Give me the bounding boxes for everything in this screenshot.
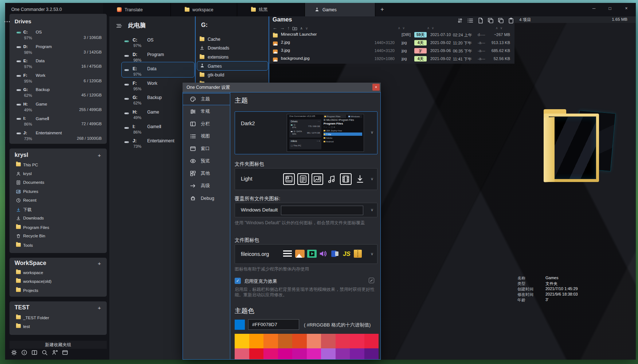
sidebar-item-tools[interactable]: Tools <box>16 243 33 248</box>
palette-swatch[interactable] <box>321 348 336 359</box>
acrylic-checkbox[interactable]: ✓ <box>235 278 241 284</box>
palette-swatch[interactable] <box>278 334 293 348</box>
drive-row[interactable]: C: OS 97% 3 / 106GB <box>15 29 102 43</box>
menu-icon[interactable] <box>116 23 122 29</box>
dialog-titlebar[interactable]: One Commander 设置 <box>183 83 381 92</box>
back-icon[interactable]: ← <box>273 25 277 31</box>
new-tab-button[interactable]: + <box>378 5 386 13</box>
view-list-icon[interactable] <box>467 17 473 24</box>
add-icon[interactable]: + <box>98 305 101 310</box>
sidebar-item-pictures[interactable]: Pictures <box>16 189 38 194</box>
settings-tab-columns[interactable]: 分栏 <box>183 118 230 130</box>
palette-swatch[interactable] <box>350 334 364 348</box>
tree-item-drive-h[interactable]: H: Game 49% <box>116 109 192 122</box>
folder-item-extensions[interactable]: extensions <box>197 53 268 62</box>
search-icon[interactable] <box>42 349 48 356</box>
file-icon-pack-select[interactable]: fileicons.org JS ∨ <box>235 244 377 264</box>
file-row-backgroundjpg[interactable]: background.jpg 1920×1080 jpg 4天 2021-09-… <box>269 55 514 63</box>
sidebar-item-xiazai[interactable]: 下载 <box>16 207 31 213</box>
sidebar-item-recycle-bin[interactable]: Recycle Bin <box>16 234 45 238</box>
tree-item-drive-i[interactable]: I: GameⅡ 86% <box>116 123 192 136</box>
palette-swatch[interactable] <box>249 334 264 348</box>
folder-preview-thumbnail[interactable] <box>544 109 599 182</box>
settings-tab-debug[interactable]: Debug <box>183 192 230 204</box>
drive-row[interactable]: H: Game 49% 255 / 499GB <box>15 101 102 115</box>
drive-row[interactable]: E: Data 97% 16 / 475GB <box>15 58 102 72</box>
settings-tab-view[interactable]: 视图 <box>183 130 230 142</box>
column-sort-icons[interactable]: ∧∨ <box>496 26 505 30</box>
palette-swatch[interactable] <box>235 334 249 348</box>
column-sort-icons[interactable]: ∧∨ <box>398 26 407 30</box>
settings-tab-other[interactable]: 其他 <box>183 167 230 179</box>
sidebar-item-documents[interactable]: Documents <box>16 180 44 185</box>
copy-icon[interactable] <box>488 17 494 24</box>
sidebar-item-projects[interactable]: Projects <box>16 288 38 293</box>
settings-gear-icon[interactable] <box>11 349 17 356</box>
sidebar-item-workspace[interactable]: workspace <box>16 270 43 275</box>
sidebar-item-this-pc[interactable]: This PC <box>16 162 38 167</box>
file-row-minecraft-launcher[interactable]: Minecraft Launcher [DIR] 59天 2021-07-10 … <box>269 31 514 39</box>
palette-swatch[interactable] <box>292 348 307 359</box>
dialog-close-button[interactable]: × <box>372 84 380 91</box>
palette-swatch[interactable] <box>364 348 379 359</box>
sidebar-item-test-folder[interactable]: _TEST Folder <box>16 315 49 320</box>
palette-swatch[interactable] <box>350 348 364 359</box>
palette-swatch[interactable] <box>292 334 307 348</box>
theme-color-hex-input[interactable]: #FF0078D7 <box>248 319 299 330</box>
palette-swatch[interactable] <box>336 348 350 359</box>
palette-swatch[interactable] <box>263 348 278 359</box>
theme-select[interactable]: Dark2 ∨ One Commander v3 β.105 Program F… <box>235 111 377 154</box>
theme-color-swatch[interactable] <box>235 320 245 330</box>
more-icon[interactable] <box>4 21 11 22</box>
drive-row[interactable]: J: Entertainment 73% 268 / 1000GB <box>15 130 102 144</box>
override-folder-icon-select[interactable]: Windows Default ∨ <box>235 203 377 217</box>
window-layout-icon[interactable] <box>62 349 68 356</box>
new-file-icon[interactable] <box>477 17 484 24</box>
palette-swatch[interactable] <box>278 348 293 359</box>
add-icon[interactable]: + <box>98 153 101 158</box>
tab-xuanhei[interactable]: 炫黑 <box>237 3 305 16</box>
settings-tab-window[interactable]: 窗口 <box>183 143 230 155</box>
drive-row[interactable]: I: GameⅡ 86% 72 / 499GB <box>15 115 102 129</box>
minimize-button[interactable]: ─ <box>586 3 602 14</box>
file-row-3jpg[interactable]: 3.jpg 1440×3120 jpg 3' 2021-09-06 06:35 … <box>269 47 514 55</box>
palette-swatch[interactable] <box>307 334 321 348</box>
sidebar-item-program-files[interactable]: Program Files <box>16 225 49 230</box>
settings-tab-general[interactable]: 常规 <box>183 106 230 118</box>
column-sort-icons[interactable]: ∧∨ <box>427 26 436 30</box>
palette-swatch[interactable] <box>263 334 278 348</box>
settings-tab-advanced[interactable]: 高级 <box>183 180 230 192</box>
sidebar-item-test[interactable]: test <box>16 324 30 329</box>
paste-icon[interactable] <box>508 17 514 24</box>
new-favorites-group-button[interactable]: 新建收藏夹组 <box>9 341 107 349</box>
tree-item-drive-g[interactable]: G: Backup 62% <box>116 94 192 107</box>
sidebar-item-recent[interactable]: Recent <box>16 198 36 203</box>
info-icon[interactable] <box>21 349 27 356</box>
folder-item-gtk-build[interactable]: gtk-build <box>197 71 268 80</box>
folder-icon-pack-select[interactable]: Light ∨ <box>235 168 377 190</box>
drive-row[interactable]: G: Backup 62% 45 / 120GB <box>15 87 102 100</box>
sort-asc-icon[interactable]: ∧ <box>300 26 302 30</box>
close-button[interactable]: × <box>618 3 635 14</box>
palette-swatch[interactable] <box>249 348 264 359</box>
palette-swatch[interactable] <box>321 334 336 348</box>
settings-tab-theme[interactable]: 主题 <box>183 93 230 105</box>
duplicate-icon[interactable] <box>498 17 504 24</box>
forward-icon[interactable]: → <box>280 25 285 31</box>
sidebar-item-krysl[interactable]: krysl <box>16 171 32 176</box>
sidebar-item-workspace-old[interactable]: workspace(old) <box>16 279 51 284</box>
override-icon-input[interactable] <box>281 206 363 215</box>
tab-translate[interactable]: Translate <box>103 3 171 16</box>
settings-tab-preview[interactable]: 预览 <box>183 155 230 167</box>
maximize-button[interactable]: □ <box>602 3 618 14</box>
drive-row[interactable]: D: Program 98% 3 / 142GB <box>15 44 102 58</box>
palette-swatch[interactable] <box>364 334 379 348</box>
palette-swatch[interactable] <box>336 334 350 348</box>
file-row-2jpg[interactable]: 2.jpg 1440×3120 jpg 4天 2021-09-02 11:20 … <box>269 39 514 47</box>
sort-order-icon[interactable] <box>457 17 463 24</box>
folder-item-downloads[interactable]: Downloads <box>197 44 268 53</box>
tab-workspace[interactable]: workspace <box>171 3 237 16</box>
sort-desc-icon[interactable]: ∨ <box>305 26 308 30</box>
folder-item-cache[interactable]: Cache <box>197 35 268 44</box>
palette-swatch[interactable] <box>307 348 321 359</box>
